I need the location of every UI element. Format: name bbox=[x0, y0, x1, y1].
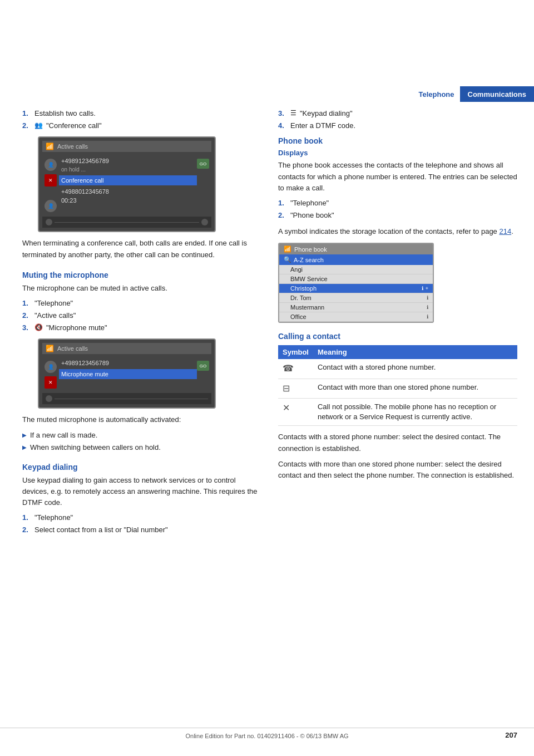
muting-note: The muted microphone is automatically ac… bbox=[22, 414, 261, 425]
contact-icon-drtom: ℹ bbox=[427, 295, 428, 301]
muting-intro: The microphone can be muted in active ca… bbox=[22, 283, 261, 294]
header-bar: Telephone Communications bbox=[413, 86, 534, 102]
conference-icon: 👥 bbox=[34, 121, 43, 131]
keypad-step-1-num: 1. bbox=[22, 513, 31, 523]
pb-contact-drtom[interactable]: Dr. Tom ℹ bbox=[279, 293, 433, 303]
keypad-heading: Keypad dialing bbox=[22, 463, 261, 472]
contact-name-angi: Angi bbox=[290, 266, 303, 273]
keypad-intro: Use keypad dialing to gain access to net… bbox=[22, 475, 261, 508]
search-icon: 🔍 bbox=[284, 256, 291, 263]
calling-note-1: Contacts with a stored phone number: sel… bbox=[278, 431, 517, 454]
keypad-step-2-num: 2. bbox=[22, 525, 31, 535]
go-btn-1[interactable]: GO bbox=[197, 159, 209, 169]
phonebook-screen: 📶 Phone book 🔍 A-Z search Angi BMW Servi… bbox=[278, 243, 434, 323]
more-icon-c: + bbox=[426, 286, 428, 291]
pb-title-bar: 📶 Phone book bbox=[279, 244, 433, 254]
phonebook-steps: 1. "Telephone" 2. "Phone book" bbox=[278, 198, 517, 220]
meaning-noreception: Call not possible. The mobile phone has … bbox=[313, 399, 517, 426]
table-row-multi: ⊟ Contact with more than one stored phon… bbox=[278, 379, 517, 398]
go-btn-2[interactable]: GO bbox=[197, 361, 209, 371]
footer-text: Online Edition for Part no. 01402911406 … bbox=[185, 733, 348, 739]
pb-search-row[interactable]: 🔍 A-Z search bbox=[279, 254, 433, 265]
caller-icon-3: 👤 bbox=[44, 361, 57, 373]
contact-name-christoph: Christoph bbox=[290, 285, 317, 292]
phone-number-2: +4988012345678 bbox=[59, 187, 197, 196]
keypad-step-2: 2. Select contact from a list or "Dial n… bbox=[22, 525, 261, 535]
bullet-2-text: When switching between callers on hold. bbox=[30, 443, 161, 453]
pb-contact-office[interactable]: Office ℹ bbox=[279, 312, 433, 322]
pb-search-text: A-Z search bbox=[294, 257, 324, 263]
on-hold-text: on hold ... bbox=[59, 165, 197, 174]
keypad-step-1-text: "Telephone" bbox=[34, 513, 73, 523]
symbol-phone: ☎ bbox=[278, 359, 313, 379]
conference-note: When terminating a conference call, both… bbox=[22, 238, 261, 260]
nav-row-2 bbox=[42, 393, 211, 404]
table-row-noreception: ✕ Call not possible. The mobile phone ha… bbox=[278, 399, 517, 426]
contact-icons-christoph: ℹ + bbox=[422, 286, 428, 291]
muting-step-1-text: "Telephone" bbox=[34, 298, 73, 308]
caller-icon-2: 👤 bbox=[44, 200, 57, 212]
muting-steps: 1. "Telephone" 2. "Active calls" 3. 🔇 "M… bbox=[22, 298, 261, 333]
nav-btn-2 bbox=[201, 219, 208, 225]
meaning-multi: Contact with more than one stored phone … bbox=[313, 379, 517, 398]
active-calls-screen-1: 📶 Active calls 👤 ✕ 👤 bbox=[38, 136, 216, 232]
screen-title-1: 📶 Active calls bbox=[42, 141, 211, 152]
muting-step-2-num: 2. bbox=[22, 311, 31, 321]
pb-contact-bmw[interactable]: BMW Service bbox=[279, 274, 433, 284]
symbol-note: A symbol indicates the storage location … bbox=[278, 226, 517, 237]
screen-title-text-2: Active calls bbox=[57, 345, 88, 352]
contact-name-office: Office bbox=[290, 313, 306, 320]
muting-step-3: 3. 🔇 "Microphone mute" bbox=[22, 323, 261, 333]
pb-contact-christoph[interactable]: Christoph ℹ + bbox=[279, 284, 433, 293]
page-number: 207 bbox=[505, 731, 517, 739]
phonebook-displays-text: The phone book accesses the contacts of … bbox=[278, 160, 517, 193]
step-1-text: Establish two calls. bbox=[34, 109, 96, 119]
keypad-step-1: 1. "Telephone" bbox=[22, 513, 261, 523]
phonebook-step-1-num: 1. bbox=[278, 198, 287, 208]
keypad-step-3: 3. ☰ "Keypad dialing" bbox=[278, 109, 517, 119]
phonebook-step-2: 2. "Phone book" bbox=[278, 210, 517, 220]
muting-bullets: ▶ If a new call is made. ▶ When switchin… bbox=[22, 430, 261, 453]
nav-btn-3 bbox=[46, 395, 52, 402]
keypad-step-4-text: Enter a DTMF code. bbox=[290, 121, 355, 131]
nav-btn-1 bbox=[46, 219, 52, 225]
step-2-num: 2. bbox=[22, 121, 31, 131]
keypad-icon: ☰ bbox=[290, 109, 296, 119]
muting-step-3-num: 3. bbox=[22, 323, 31, 333]
header-communications-label: Communications bbox=[460, 86, 534, 102]
symbol-multi: ⊟ bbox=[278, 379, 313, 398]
phone-icon-1: 📶 bbox=[46, 143, 54, 150]
pb-contact-mustermann[interactable]: Mustermann ℹ bbox=[279, 303, 433, 312]
step-2: 2. 👥 "Conference call" bbox=[22, 121, 261, 131]
keypad-step-3-text: "Keypad dialing" bbox=[300, 109, 353, 119]
call-timer: 00:23 bbox=[59, 196, 197, 205]
page-link[interactable]: 214 bbox=[499, 227, 511, 235]
tri-icon-2: ▶ bbox=[22, 444, 27, 451]
screen-title-text-1: Active calls bbox=[57, 143, 88, 150]
step-1: 1. Establish two calls. bbox=[22, 109, 261, 119]
muting-step-1-num: 1. bbox=[22, 298, 31, 308]
phone-number-1: +4989123456789 bbox=[59, 156, 197, 165]
caller-icon-1: 👤 bbox=[44, 159, 57, 171]
footer: Online Edition for Part no. 01402911406 … bbox=[0, 728, 534, 739]
end-call-icon-1: ✕ bbox=[44, 174, 57, 186]
bullet-1: ▶ If a new call is made. bbox=[22, 430, 261, 440]
keypad-step-4-num: 4. bbox=[278, 121, 287, 131]
nav-divider-1 bbox=[55, 222, 199, 223]
phonebook-heading: Phone book bbox=[278, 136, 517, 145]
conference-steps: 1. Establish two calls. 2. 👥 "Conference… bbox=[22, 109, 261, 131]
muting-step-3-text: "Microphone mute" bbox=[46, 323, 107, 333]
calling-note-2: Contacts with more than one stored phone… bbox=[278, 459, 517, 481]
end-call-icon-2: ✕ bbox=[44, 376, 57, 389]
contact-icon-office: ℹ bbox=[427, 314, 428, 320]
pb-contact-angi[interactable]: Angi bbox=[279, 265, 433, 274]
nav-row-1 bbox=[42, 217, 211, 228]
keypad-step-4: 4. Enter a DTMF code. bbox=[278, 121, 517, 131]
info-icon-c: ℹ bbox=[422, 286, 423, 291]
nav-divider-2 bbox=[55, 399, 208, 399]
right-column: 3. ☰ "Keypad dialing" 4. Enter a DTMF co… bbox=[278, 109, 517, 711]
keypad-steps-cont: 3. ☰ "Keypad dialing" 4. Enter a DTMF co… bbox=[278, 109, 517, 131]
symbol-noreception: ✕ bbox=[278, 399, 313, 426]
displays-heading: Displays bbox=[278, 149, 517, 157]
contact-icon-mustermann: ℹ bbox=[427, 305, 428, 310]
